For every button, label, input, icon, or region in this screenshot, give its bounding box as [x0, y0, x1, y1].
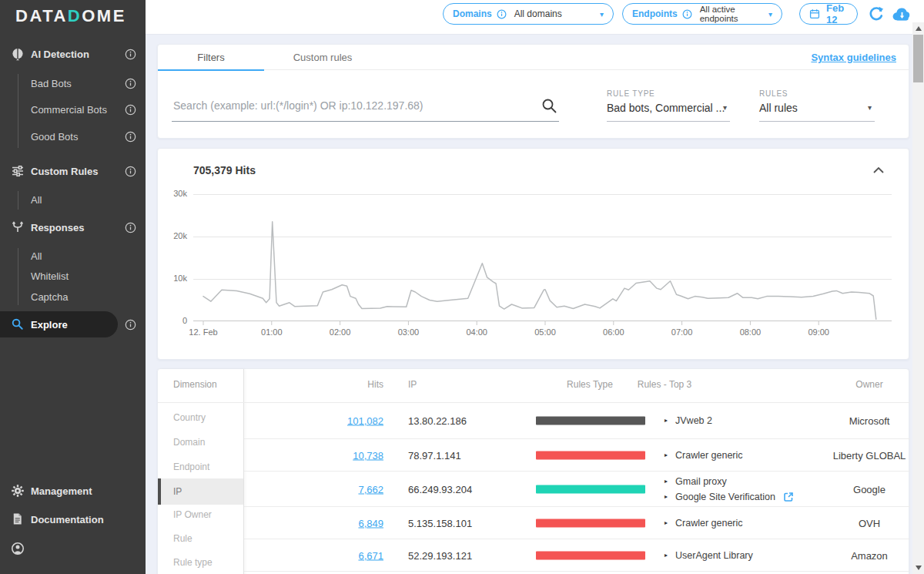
divider [158, 402, 244, 403]
table-row: 7,662 66.249.93.204 ▸Gmail proxy ▸Google… [244, 472, 910, 507]
dimension-item-domain[interactable]: Domain [158, 431, 243, 454]
sidebar-item-explore-active[interactable]: Explore [0, 311, 118, 337]
ip-value: 78.97.1.141 [408, 449, 461, 461]
document-icon [11, 512, 25, 526]
sidebar-item-label: Documentation [31, 514, 104, 525]
rules-select[interactable]: RULES All rules ▾ [759, 85, 875, 122]
table-row: 6,671 52.29.193.121 ▸UserAgent Library A… [244, 539, 910, 572]
column-header-owner[interactable]: Owner [808, 379, 924, 390]
sidebar-item-ai-detection[interactable]: AI Detection [0, 42, 146, 65]
logo-d-mark: D [68, 6, 82, 25]
hits-link[interactable]: 10,738 [318, 449, 383, 461]
collapse-chevron-icon[interactable] [873, 163, 884, 176]
scrollbar-thumb[interactable] [913, 35, 923, 82]
filters-panel: Filters Custom rules Syntax guidelines R… [157, 44, 909, 139]
info-icon[interactable] [682, 9, 692, 19]
sidebar-item-whitelist[interactable]: Whitelist [0, 264, 146, 287]
external-link-icon[interactable] [783, 492, 794, 502]
rules-top3-cell: ▸JVweb 2 [665, 413, 830, 428]
dimension-item-rule-type[interactable]: Rule type [158, 551, 243, 574]
sidebar-item-responses[interactable]: Responses [0, 216, 146, 239]
rule-type-value: Bad bots, Commercial ... [607, 102, 725, 114]
dimension-header: Dimension [173, 379, 217, 390]
dimension-item-endpoint[interactable]: Endpoint [158, 455, 243, 478]
rules-top3-cell: ▸Crawler generic [665, 515, 830, 531]
rule-type-label: RULE TYPE [607, 89, 655, 98]
scroll-up-arrow[interactable] [916, 26, 922, 31]
dimension-item-ip-owner[interactable]: IP Owner [158, 503, 243, 526]
column-header-ip[interactable]: IP [408, 379, 417, 390]
hits-link[interactable]: 6,849 [318, 517, 383, 529]
rules-label: RULES [759, 89, 788, 98]
sidebar-item-label: Good Bots [31, 131, 78, 143]
triangle-bullet-icon: ▸ [665, 448, 668, 463]
sidebar-item-bad-bots[interactable]: Bad Bots [0, 72, 146, 95]
cloud-download-icon[interactable] [892, 6, 912, 22]
hits-link[interactable]: 7,662 [318, 483, 383, 495]
x-tick-label: 03:00 [385, 327, 431, 337]
rule-type-select[interactable]: RULE TYPE Bad bots, Commercial ... ▾ [607, 85, 730, 122]
sidebar-item-label: Custom Rules [31, 166, 98, 177]
sidebar-item-account[interactable] [0, 537, 146, 560]
dimension-column: Dimension Country Domain Endpoint IP IP … [158, 369, 244, 574]
x-tick-label: 07:00 [659, 327, 705, 337]
date-picker[interactable]: Feb 12 [799, 3, 858, 25]
rule-name: UserAgent Library [675, 548, 753, 563]
refresh-icon[interactable] [868, 5, 885, 22]
info-icon[interactable] [125, 319, 136, 331]
domains-dropdown[interactable]: Domains All domains ▾ [443, 3, 614, 25]
info-icon[interactable] [125, 222, 136, 233]
info-icon[interactable] [497, 9, 507, 19]
sidebar: DATADOME AI Detection Bad Bots Commercia… [0, 0, 146, 574]
page-scrollbar[interactable] [912, 22, 924, 574]
table-row: 10,738 78.97.1.141 ▸Crawler generic Libe… [244, 439, 910, 472]
info-icon[interactable] [125, 104, 136, 116]
dimension-item-ip-selected[interactable]: IP [158, 478, 243, 505]
rules-type-bar [536, 416, 645, 425]
sidebar-item-good-bots[interactable]: Good Bots [0, 125, 146, 148]
dimension-item-rule[interactable]: Rule [158, 527, 243, 550]
column-header-hits[interactable]: Hits [318, 379, 383, 390]
sidebar-item-documentation[interactable]: Documentation [0, 508, 146, 531]
date-value: Feb 12 [826, 2, 848, 25]
x-tick-label: 06:00 [591, 327, 637, 337]
rule-name: Crawler generic [675, 448, 743, 463]
info-icon[interactable] [125, 166, 136, 177]
info-icon[interactable] [125, 49, 136, 60]
sidebar-item-commercial-bots[interactable]: Commercial Bots [0, 98, 146, 121]
triangle-bullet-icon: ▸ [665, 548, 668, 563]
sidebar-item-management[interactable]: Management [0, 479, 146, 502]
rules-type-bar [536, 519, 645, 527]
rules-type-bar [536, 485, 645, 493]
sidebar-item-label: Management [31, 485, 92, 497]
tab-custom-rules[interactable]: Custom rules [264, 45, 381, 70]
search-icon[interactable] [541, 97, 557, 117]
hits-link[interactable]: 101,082 [318, 415, 383, 426]
chevron-down-icon: ▾ [723, 103, 727, 112]
triangle-bullet-icon: ▸ [665, 413, 668, 428]
sidebar-item-custom-rules-all[interactable]: All [0, 188, 146, 211]
sidebar-item-captcha[interactable]: Captcha [0, 285, 146, 308]
info-icon[interactable] [125, 131, 136, 143]
scroll-down-arrow[interactable] [916, 566, 922, 570]
ip-value: 52.29.193.121 [408, 549, 472, 561]
search-field [172, 91, 559, 122]
syntax-guidelines-link[interactable]: Syntax guidelines [811, 52, 896, 63]
hits-link[interactable]: 6,671 [318, 549, 383, 561]
rules-value: All rules [759, 102, 798, 114]
search-input[interactable] [172, 94, 534, 117]
dimension-item-country[interactable]: Country [158, 406, 243, 429]
chevron-down-icon: ▾ [600, 10, 604, 18]
info-icon[interactable] [125, 78, 136, 89]
sidebar-item-label: Captcha [31, 291, 68, 303]
y-tick-label: 30k [162, 189, 187, 198]
triangle-bullet-icon: ▸ [665, 489, 668, 505]
column-header-rules-top3[interactable]: Rules - Top 3 [591, 379, 738, 390]
sliders-icon [11, 164, 25, 178]
tab-filters[interactable]: Filters [158, 45, 264, 70]
rules-top3-cell: ▸UserAgent Library [665, 548, 830, 563]
owner-value: Google [808, 483, 924, 495]
endpoints-dropdown[interactable]: Endpoints All active endpoints ▾ [622, 3, 782, 25]
rules-type-bar [536, 451, 645, 459]
sidebar-item-custom-rules[interactable]: Custom Rules [0, 159, 146, 183]
